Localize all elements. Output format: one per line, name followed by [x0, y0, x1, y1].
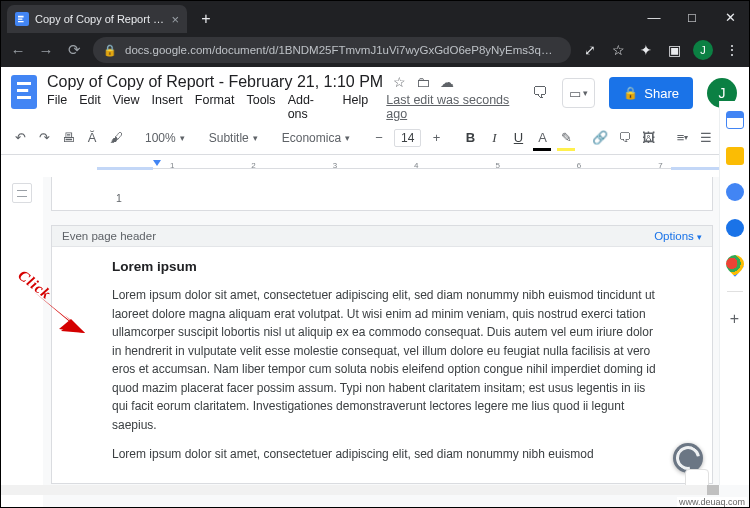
address-bar[interactable]: 🔒 docs.google.com/document/d/1BNDM25FTmv…	[93, 37, 571, 63]
bold-button[interactable]: B	[461, 127, 479, 149]
window-minimize-icon[interactable]: —	[635, 1, 673, 33]
menu-format[interactable]: Format	[195, 93, 235, 121]
text-color-button[interactable]: A	[533, 127, 551, 149]
zoom-select[interactable]: 100%▾	[141, 131, 189, 145]
ruler-tick: 2	[251, 161, 255, 170]
highlight-button[interactable]: ✎	[557, 127, 575, 149]
share-lock-icon: 🔒	[623, 86, 638, 100]
menu-help[interactable]: Help	[343, 93, 369, 121]
extension-icon[interactable]: ✦	[637, 41, 655, 59]
toolbar: ↶ ↷ 🖶 Ă 🖌 100%▾ Subtitle▾ Economica▾ − 1…	[1, 121, 749, 155]
last-edit-text[interactable]: Last edit was seconds ago	[386, 93, 522, 121]
style-select[interactable]: Subtitle▾	[205, 131, 262, 145]
addons-plus-icon[interactable]: +	[730, 310, 739, 328]
ruler-tick: 5	[495, 161, 499, 170]
body-paragraph: Lorem ipsum dolor sit amet, consectetuer…	[112, 445, 656, 464]
lock-icon: 🔒	[103, 44, 117, 57]
maps-icon[interactable]	[722, 251, 747, 276]
font-size-input[interactable]: 14	[394, 129, 421, 147]
header-band[interactable]: Even page header Options ▾	[52, 226, 712, 247]
share-button[interactable]: 🔒 Share	[609, 77, 693, 109]
window-maximize-icon[interactable]: □	[673, 1, 711, 33]
menu-file[interactable]: File	[47, 93, 67, 121]
docs-header: Copy of Copy of Report - February 21, 1:…	[1, 67, 749, 121]
left-gutter	[1, 177, 43, 508]
window-controls: — □ ✕	[635, 1, 749, 33]
document-body[interactable]: Lorem ipsum Lorem ipsum dolor sit amet, …	[52, 247, 712, 483]
nav-forward-icon[interactable]: →	[37, 41, 55, 59]
ruler-tick: 1	[170, 161, 174, 170]
outline-toggle-spacer	[1, 155, 41, 177]
nav-back-icon[interactable]: ←	[9, 41, 27, 59]
comments-icon[interactable]: 🗨	[532, 84, 548, 102]
menu-addons[interactable]: Add-ons	[288, 93, 331, 121]
paint-format-icon[interactable]: 🖌	[107, 127, 125, 149]
tasks-icon[interactable]	[726, 183, 744, 201]
doc-title[interactable]: Copy of Copy of Report - February 21, 1:…	[47, 73, 383, 91]
header-label: Even page header	[62, 230, 156, 242]
address-bar-row: ← → ⟳ 🔒 docs.google.com/document/d/1BNDM…	[1, 33, 749, 67]
header-options-button[interactable]: Options ▾	[654, 230, 702, 242]
print-icon[interactable]: 🖶	[59, 127, 77, 149]
window-close-icon[interactable]: ✕	[711, 1, 749, 33]
side-panel: +	[719, 101, 749, 485]
canvas[interactable]: 1 Even page header Options ▾ Lorem ipsum…	[43, 177, 749, 508]
cloud-status-icon[interactable]: ☁	[440, 74, 454, 90]
move-icon[interactable]: 🗀	[416, 74, 430, 90]
url-text: docs.google.com/document/d/1BNDM25FTmvmJ…	[125, 44, 561, 56]
extension2-icon[interactable]: ▣	[665, 41, 683, 59]
underline-button[interactable]: U	[509, 127, 527, 149]
outline-toggle-icon[interactable]	[12, 183, 32, 203]
tab-strip: Copy of Copy of Report - Februa × + — □ …	[1, 1, 749, 33]
new-tab-button[interactable]: +	[193, 6, 219, 32]
menu-view[interactable]: View	[113, 93, 140, 121]
present-button[interactable]: ▭▾	[562, 78, 595, 108]
ruler-tick: 4	[414, 161, 418, 170]
watermark-text: www.deuaq.com	[677, 497, 747, 507]
line-spacing-icon[interactable]: ☰	[697, 127, 715, 149]
insert-image-icon[interactable]: 🖼	[639, 127, 657, 149]
font-size-increase[interactable]: +	[427, 127, 445, 149]
menu-insert[interactable]: Insert	[152, 93, 183, 121]
menu-tools[interactable]: Tools	[246, 93, 275, 121]
ruler-indent-marker[interactable]	[153, 160, 161, 166]
undo-icon[interactable]: ↶	[11, 127, 29, 149]
contacts-icon[interactable]	[726, 219, 744, 237]
italic-button[interactable]: I	[485, 127, 503, 149]
browser-tab[interactable]: Copy of Copy of Report - Februa ×	[7, 5, 187, 33]
page-gap	[43, 211, 721, 225]
insert-comment-icon[interactable]: 🗨	[615, 127, 633, 149]
share-label: Share	[644, 86, 679, 101]
bookmark-icon[interactable]: ☆	[609, 41, 627, 59]
browser-menu-icon[interactable]: ⋮	[723, 41, 741, 59]
install-icon[interactable]: ⤢	[581, 41, 599, 59]
font-select[interactable]: Economica▾	[278, 131, 354, 145]
ruler-tick: 7	[658, 161, 662, 170]
nav-reload-icon[interactable]: ⟳	[65, 41, 83, 59]
spellcheck-icon[interactable]: Ă	[83, 127, 101, 149]
horizontal-scrollbar[interactable]	[1, 485, 719, 495]
docs-logo-icon[interactable]	[11, 75, 37, 109]
page-current[interactable]: Even page header Options ▾ Lorem ipsum L…	[51, 225, 713, 484]
redo-icon[interactable]: ↷	[35, 127, 53, 149]
tab-close-icon[interactable]: ×	[171, 12, 179, 27]
tab-title: Copy of Copy of Report - Februa	[35, 13, 165, 25]
page-number: 1	[116, 192, 122, 204]
font-size-decrease[interactable]: −	[370, 127, 388, 149]
menu-bar: File Edit View Insert Format Tools Add-o…	[47, 93, 522, 121]
body-heading: Lorem ipsum	[112, 257, 656, 278]
star-icon[interactable]: ☆	[393, 74, 406, 90]
profile-avatar[interactable]: J	[693, 40, 713, 60]
align-button[interactable]: ≡▾	[673, 127, 691, 149]
insert-link-icon[interactable]: 🔗	[591, 127, 609, 149]
ruler-left-margin	[97, 167, 153, 170]
workspace: 1 Even page header Options ▾ Lorem ipsum…	[1, 177, 749, 508]
present-icon: ▭	[569, 86, 581, 101]
ruler-tick: 6	[577, 161, 581, 170]
ruler[interactable]: 1 2 3 4 5 6 7	[97, 159, 723, 177]
page-previous[interactable]: 1	[51, 177, 713, 211]
keep-icon[interactable]	[726, 147, 744, 165]
calendar-icon[interactable]	[726, 111, 744, 129]
ruler-tick: 3	[333, 161, 337, 170]
menu-edit[interactable]: Edit	[79, 93, 101, 121]
